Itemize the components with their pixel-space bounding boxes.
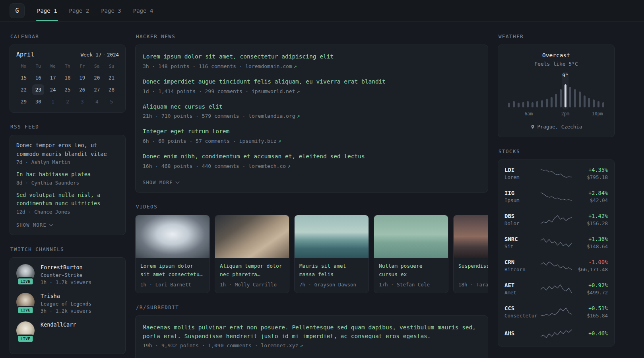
post-domain-link[interactable]: loremnet.xyz	[261, 342, 298, 348]
page-tab[interactable]: Page 4	[127, 0, 159, 21]
twitch-channel-row[interactable]: LIVE ForrestBurton Counter-Strike 1h · 1…	[16, 264, 119, 285]
story-title[interactable]: Integer eget rutrum lorem	[143, 127, 481, 136]
story-domain-link[interactable]: loremlandia.org	[248, 113, 295, 119]
weather-location-row: Prague, Czechia	[504, 124, 608, 130]
dashboard-grid: CALENDAR April Week 17·2024 Mo Tu We	[0, 21, 644, 358]
video-card[interactable]: Nullam posuere cursus ex 17h · Stefan Co…	[374, 215, 448, 293]
calendar-weekday: Mo	[16, 62, 31, 72]
subreddit-widget: Maecenas mollis pulvinar erat non posuer…	[135, 315, 488, 358]
video-card[interactable]: Mauris sit amet massa felis 7h · Grayson…	[294, 215, 369, 293]
stock-change: +1.36%	[572, 236, 608, 242]
subreddit-post[interactable]: Maecenas mollis pulvinar erat non posuer…	[143, 323, 481, 349]
channel-avatar-wrap: LIVE	[16, 293, 35, 311]
video-card[interactable]: Suspendisse diam 18h · Tara	[453, 215, 488, 293]
story-domain-link[interactable]: loremdomain.com	[245, 63, 292, 69]
rss-feed-item[interactable]: Donec tempor eros leo, ut commodo mauris…	[16, 141, 119, 165]
hacker-news-item[interactable]: Donec imperdiet augue tincidunt felis al…	[143, 78, 481, 94]
video-thumbnail[interactable]	[136, 215, 209, 258]
page-tab[interactable]: Page 3	[95, 0, 127, 21]
stock-price: $148.64	[572, 243, 608, 249]
stock-row[interactable]: IIG Ipsum +2.84% $42.04	[504, 185, 608, 208]
stock-row[interactable]: LDI Lorem +4.35% $795.18	[504, 162, 608, 185]
weather-time-label: 2pm	[561, 111, 570, 117]
story-title[interactable]: Lorem ipsum dolor sit amet, consectetur …	[143, 53, 481, 61]
twitch-widget: LIVE ForrestBurton Counter-Strike 1h · 1…	[10, 257, 126, 354]
stock-name: Ipsum	[504, 197, 541, 203]
video-title[interactable]: Lorem ipsum dolor sit amet consectetu…	[140, 262, 205, 279]
video-title[interactable]: Nullam posuere cursus ex	[379, 262, 443, 279]
stock-identity: AET Amet	[504, 282, 541, 296]
subreddit-section: /R/SUBREDDIT Maecenas mollis pulvinar er…	[135, 304, 488, 358]
story-domain-link[interactable]: ipsumworld.net	[252, 88, 295, 94]
stock-identity: SNRC Sit	[504, 236, 541, 249]
video-thumbnail[interactable]	[215, 215, 289, 258]
video-card[interactable]: Lorem ipsum dolor sit amet consectetu… 1…	[135, 215, 210, 293]
calendar-date: 28	[106, 84, 118, 95]
twitch-channel-row[interactable]: LIVE Trisha League of Legends 3h · 1.2k …	[16, 293, 119, 314]
video-card[interactable]: Aliquam tempor dolor nec pharetra… 1h · …	[215, 215, 289, 293]
story-title[interactable]: Donec enim nibh, condimentum et accumsan…	[143, 152, 481, 161]
video-thumbnail[interactable]	[454, 215, 488, 258]
stock-numbers: +0.51% $165.84	[572, 305, 608, 319]
story-domain-link[interactable]: loremtech.co	[248, 163, 286, 169]
calendar-date-cell: 4	[89, 95, 104, 107]
weather-bar	[574, 89, 576, 107]
weather-bar	[579, 91, 581, 107]
video-title[interactable]: Suspendisse diam	[458, 262, 488, 279]
hacker-news-item[interactable]: Lorem ipsum dolor sit amet, consectetur …	[143, 53, 481, 69]
stock-numbers: +0.46%	[572, 330, 608, 338]
rss-item-title[interactable]: In hac habitasse platea	[16, 170, 119, 179]
video-title[interactable]: Mauris sit amet massa felis	[299, 262, 364, 279]
video-thumbnail[interactable]	[295, 215, 369, 258]
stock-row[interactable]: AHS +0.46%	[504, 323, 608, 344]
subreddit-section-title: /R/SUBREDDIT	[136, 304, 488, 310]
channel-name[interactable]: Trisha	[41, 293, 91, 299]
stock-row[interactable]: CCS Consectetur +0.51% $165.84	[504, 300, 608, 323]
stock-sparkline	[541, 306, 572, 317]
external-link-icon: ↗	[287, 163, 291, 169]
story-domain-link[interactable]: ipsumify.biz	[239, 138, 277, 144]
story-title[interactable]: Donec imperdiet augue tincidunt felis al…	[143, 78, 481, 86]
calendar-date-cell: 23	[31, 84, 46, 95]
hacker-news-item[interactable]: Donec enim nibh, condimentum et accumsan…	[143, 152, 481, 169]
hacker-news-section-title: HACKER NEWS	[136, 33, 488, 39]
stock-symbol: AET	[504, 282, 541, 288]
weather-bar	[513, 101, 515, 107]
stock-row[interactable]: DBS Dolor +1.42% $156.28	[504, 208, 608, 231]
hacker-news-section: HACKER NEWS Lorem ipsum dolor sit amet, …	[135, 33, 488, 193]
rss-feed-item[interactable]: In hac habitasse platea 8d · Cynthia Sau…	[16, 170, 119, 186]
weather-condition: Overcast	[504, 52, 608, 58]
hacker-news-show-more-button[interactable]: SHOW MORE	[143, 180, 179, 185]
weather-bar	[588, 98, 590, 107]
channel-name[interactable]: KendallCarr	[41, 321, 76, 328]
weather-bar	[593, 99, 595, 107]
app-logo[interactable]: G	[10, 3, 25, 18]
video-title[interactable]: Aliquam tempor dolor nec pharetra…	[220, 262, 284, 279]
rss-item-title[interactable]: Donec tempor eros leo, ut commodo mauris…	[16, 141, 119, 158]
calendar-dates-grid: 15 16 17 18	[16, 72, 119, 107]
rss-item-meta: 7d · Ashlyn Martin	[16, 159, 119, 165]
page-tab[interactable]: Page 1	[31, 0, 63, 21]
stock-name: Lorem	[504, 174, 541, 180]
weather-section: WEATHER Overcast Feels like 5°C 9° 6am2p…	[498, 33, 615, 137]
rss-show-more-button[interactable]: SHOW MORE	[16, 222, 52, 228]
stock-row[interactable]: CRN Bitcorn -1.00% $66,171.48	[504, 254, 608, 277]
hacker-news-item[interactable]: Integer eget rutrum lorem 6h · 60 points…	[143, 127, 481, 144]
page-tab[interactable]: Page 2	[63, 0, 95, 21]
rss-item-title[interactable]: Sed volutpat nulla nisl, a condimentum n…	[16, 191, 119, 208]
video-thumbnail[interactable]	[374, 215, 448, 258]
stock-identity: CCS Consectetur	[504, 305, 541, 319]
video-meta: 18h · Tara	[458, 282, 488, 288]
story-title[interactable]: Aliquam nec cursus elit	[143, 103, 481, 111]
channel-name[interactable]: ForrestBurton	[41, 264, 91, 270]
hacker-news-item[interactable]: Aliquam nec cursus elit 21h · 710 points…	[143, 103, 481, 119]
stock-row[interactable]: SNRC Sit +1.36% $148.64	[504, 231, 608, 254]
stock-price: $795.18	[572, 174, 608, 180]
twitch-channel-row[interactable]: LIVE KendallCarr	[16, 321, 119, 340]
post-title[interactable]: Maecenas mollis pulvinar erat non posuer…	[143, 323, 481, 341]
weather-bar	[518, 103, 520, 107]
stock-row[interactable]: AET Amet +0.92% $499.72	[504, 277, 608, 300]
calendar-week-label: Week 17·2024	[81, 52, 119, 58]
rss-feed-item[interactable]: Sed volutpat nulla nisl, a condimentum n…	[16, 191, 119, 215]
channel-info: KendallCarr	[41, 321, 76, 340]
